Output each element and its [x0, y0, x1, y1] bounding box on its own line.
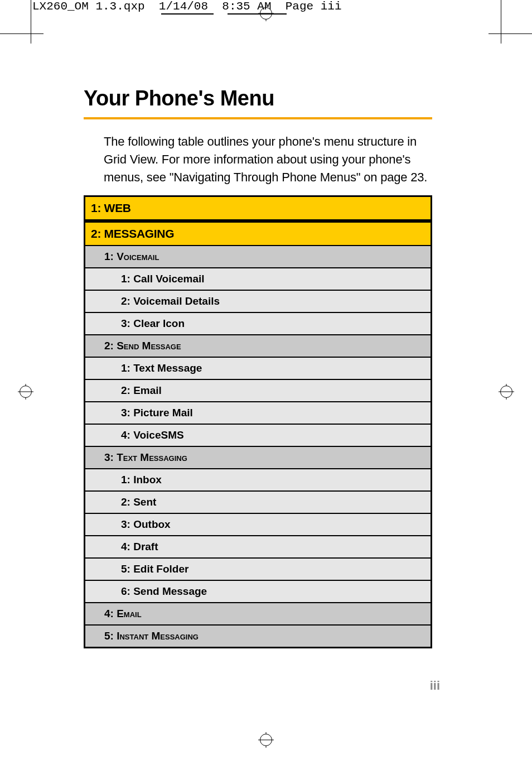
slug-date: 1/14/08 — [159, 0, 208, 13]
menu-section-web: 1: WEB — [85, 196, 431, 220]
menu-item: 1: Text Message — [85, 357, 431, 379]
page-title: Your Phone's Menu — [84, 86, 432, 110]
menu-item: 4: VoiceSMS — [85, 424, 431, 446]
crop-mark — [501, 0, 501, 44]
menu-item: 2: Sent — [85, 491, 431, 513]
crop-mark — [31, 0, 31, 44]
menu-item: 4: Draft — [85, 536, 431, 558]
menu-group-label: 4: Email — [104, 608, 142, 619]
registration-mark-icon — [18, 384, 33, 400]
registration-mark-icon — [499, 384, 514, 400]
menu-group-instant-messaging: 5: Instant Messaging — [85, 625, 431, 647]
page-number: iii — [430, 679, 440, 693]
slug-page: Page iii — [286, 0, 342, 13]
menu-table: 1: WEB 2: MESSAGING 1: Voicemail 1: Call… — [84, 195, 432, 648]
menu-group-label: 2: Send Message — [104, 340, 181, 352]
menu-group-voicemail: 1: Voicemail — [85, 246, 431, 268]
menu-item: 2: Email — [85, 379, 431, 402]
menu-item: 1: Call Voicemail — [85, 268, 431, 290]
print-slug: LX260_OM 1.3.qxp 1/14/08 8:35 AM Page ii… — [32, 0, 342, 13]
page-content: Your Phone's Menu The following table ou… — [84, 86, 432, 648]
menu-group-label: 1: Voicemail — [104, 251, 159, 262]
menu-item: 3: Outbox — [85, 513, 431, 536]
menu-item: 3: Picture Mail — [85, 402, 431, 424]
menu-group-send-message: 2: Send Message — [85, 335, 431, 357]
slug-time: 8:35 AM — [222, 0, 271, 13]
menu-item: 3: Clear Icon — [85, 312, 431, 335]
slug-filename: LX260_OM 1.3.qxp — [32, 0, 145, 13]
menu-item: 2: Voicemail Details — [85, 290, 431, 312]
crop-mark — [489, 33, 532, 34]
slug-underline — [228, 13, 287, 15]
menu-group-text-messaging: 3: Text Messaging — [85, 446, 431, 469]
crop-mark — [0, 33, 43, 34]
menu-item: 5: Edit Folder — [85, 558, 431, 580]
menu-section-messaging: 2: MESSAGING — [85, 222, 431, 246]
menu-group-label: 5: Instant Messaging — [104, 630, 199, 642]
registration-mark-icon — [258, 732, 274, 748]
slug-underline — [161, 13, 214, 15]
title-rule — [84, 117, 432, 119]
menu-item: 6: Send Message — [85, 580, 431, 603]
menu-group-email: 4: Email — [85, 603, 431, 625]
menu-item: 1: Inbox — [85, 469, 431, 491]
intro-paragraph: The following table outlines your phone'… — [104, 133, 432, 186]
menu-group-label: 3: Text Messaging — [104, 451, 187, 463]
